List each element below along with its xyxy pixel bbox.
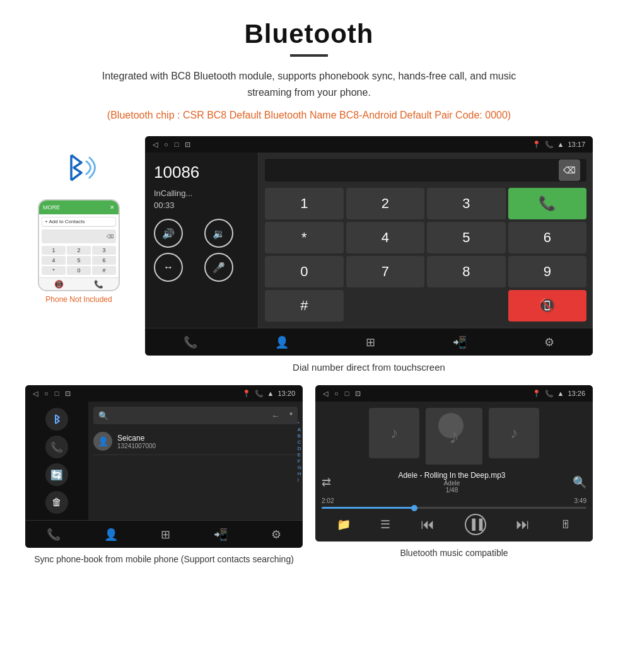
pb-search-bar[interactable]: 🔍 ← * <box>93 407 298 424</box>
album-art-right: ♪ <box>489 408 539 458</box>
phone-contacts-list: + Add to Contacts <box>42 217 116 227</box>
phone-not-included-label: Phone Not Included <box>45 295 112 304</box>
pb-contact-avatar: 👤 <box>93 432 112 451</box>
key-8: 0 <box>67 266 91 275</box>
key-8[interactable]: 8 <box>427 256 506 287</box>
key-1[interactable]: 1 <box>265 188 344 219</box>
nav-contacts-icon[interactable]: 👤 <box>275 335 289 349</box>
key-6[interactable]: 6 <box>508 222 587 253</box>
phone-call-icon: 📞 <box>94 280 103 289</box>
dial-bottom-nav: 📞 👤 ⊞ 📲 ⚙ <box>145 328 593 356</box>
key-4[interactable]: 4 <box>346 222 425 253</box>
pb-contact-number: 13241007000 <box>117 443 156 449</box>
pb-statusbar: ◁ ○ □ ⊡ 📍 📞 ▲ 13:20 <box>25 385 303 402</box>
music-statusbar-left: ◁ ○ □ ⊡ <box>323 390 361 398</box>
phonebook-screen: ◁ ○ □ ⊡ 📍 📞 ▲ 13:20 <box>25 385 303 548</box>
pb-statusbar-left: ◁ ○ □ ⊡ <box>33 390 71 398</box>
key-hash[interactable]: # <box>265 290 344 322</box>
music-controls: 📁 ☰ ⏮ ▐▐ ⏭ 🎚 <box>322 514 586 535</box>
pb-asterisk: * <box>289 411 293 420</box>
music-screen: ◁ ○ □ ⊡ 📍 📞 ▲ 13:26 <box>315 385 593 542</box>
dial-screen-caption: Dial number direct from touchscreen <box>25 362 593 373</box>
pb-nav-contacts[interactable]: 👤 <box>104 528 118 542</box>
mute-button[interactable]: 🎤 <box>204 253 233 282</box>
key-9: # <box>92 266 116 275</box>
call-timer: 00:33 <box>154 200 249 210</box>
back-icon: ◁ <box>153 141 158 149</box>
music-statusbar-right: 📍 📞 ▲ 13:26 <box>532 390 585 398</box>
key-9[interactable]: 9 <box>508 256 587 287</box>
nav-transfer-icon[interactable]: 📲 <box>453 335 467 349</box>
dialed-number: 10086 <box>154 163 249 182</box>
pb-bluetooth-nav[interactable] <box>30 408 83 431</box>
call-end-button[interactable]: 📵 <box>508 290 587 322</box>
pb-delete-nav[interactable]: 🗑 <box>30 491 83 514</box>
phonebook-screen-card: ◁ ○ □ ⊡ 📍 📞 ▲ 13:20 <box>25 385 303 566</box>
vol-down-icon: 🔉 <box>213 228 225 240</box>
progress-dot <box>411 505 417 511</box>
phone-bar-label: MORE <box>43 204 60 211</box>
next-track-button[interactable]: ⏭ <box>516 516 530 533</box>
pb-nav-dialpad[interactable]: ⊞ <box>161 528 170 542</box>
search-music-icon[interactable]: 🔍 <box>573 475 586 489</box>
phone-bar-icon: ✕ <box>110 204 115 211</box>
vol-up-button[interactable]: 🔊 <box>154 219 183 248</box>
pb-delete-icon: 🗑 <box>45 491 68 514</box>
call-answer-button[interactable]: 📞 <box>508 188 587 219</box>
number-input-bar: ⌫ <box>265 159 586 182</box>
pb-location-icon: 📍 <box>242 390 251 398</box>
phone-top-bar: MORE ✕ <box>39 200 119 214</box>
dial-keypad-panel: ⌫ 1 2 3 * 📞 4 5 <box>259 153 593 328</box>
folder-icon[interactable]: 📁 <box>337 518 351 531</box>
bluetooth-icon <box>54 142 104 193</box>
phone-image-area: MORE ✕ + Add to Contacts ⌫ 1 2 3 <box>25 136 132 304</box>
pb-nav-transfer[interactable]: 📲 <box>214 528 228 542</box>
call-end-icon: 📵 <box>539 298 556 314</box>
playlist-icon[interactable]: ☰ <box>380 518 390 531</box>
prev-track-button[interactable]: ⏮ <box>421 516 434 533</box>
description-text: Integrated with BC8 Bluetooth module, su… <box>95 68 523 100</box>
vol-down-button[interactable]: 🔉 <box>204 219 233 248</box>
pb-contact-row[interactable]: 👤 Seicane 13241007000 <box>93 428 298 455</box>
dial-screen-area: ◁ ○ □ ⊡ 📍 📞 ▲ 13:17 <box>145 136 593 356</box>
key-7[interactable]: 7 <box>346 256 425 287</box>
pb-home-icon: ○ <box>44 390 49 398</box>
transfer-button[interactable]: ↔ <box>154 253 183 282</box>
time-total: 3:49 <box>574 497 586 504</box>
pb-nav-settings[interactable]: ⚙ <box>271 528 281 542</box>
music-screen-icon: ⊡ <box>355 390 361 398</box>
pb-bluetooth-icon <box>45 408 68 431</box>
phone-end-call-icon: 📵 <box>54 280 64 289</box>
statusbar-right-icons: 📍 📞 ▲ 13:17 <box>532 141 585 149</box>
nav-dialpad-icon[interactable]: ⊞ <box>366 335 375 349</box>
pb-wifi-icon: ▲ <box>267 390 274 397</box>
pb-sync-nav[interactable]: 🔄 <box>30 463 83 486</box>
play-pause-button[interactable]: ▐▐ <box>465 514 486 535</box>
pb-nav-calls[interactable]: 📞 <box>47 528 61 542</box>
music-note-right: ♪ <box>510 424 518 442</box>
music-progress-bar[interactable] <box>322 507 586 509</box>
key-3[interactable]: 3 <box>427 188 506 219</box>
key-0[interactable]: 0 <box>265 256 344 287</box>
pb-call-nav[interactable]: 📞 <box>30 436 83 458</box>
phone-bottom-bar: 📵 📞 <box>39 277 119 290</box>
nav-settings-icon[interactable]: ⚙ <box>544 335 554 349</box>
recents-icon: □ <box>175 141 179 149</box>
music-statusbar: ◁ ○ □ ⊡ 📍 📞 ▲ 13:26 <box>315 385 593 402</box>
key-5: 5 <box>67 256 91 265</box>
statusbar-nav-icons: ◁ ○ □ ⊡ <box>153 141 190 149</box>
dial-screen: ◁ ○ □ ⊡ 📍 📞 ▲ 13:17 <box>145 136 593 356</box>
key-4: 4 <box>42 256 66 265</box>
track-name: Adele - Rolling In the Deep.mp3 <box>398 471 505 480</box>
pb-time: 13:20 <box>277 390 295 397</box>
music-note-center: ♪ <box>449 425 459 448</box>
key-2[interactable]: 2 <box>346 188 425 219</box>
equalizer-icon[interactable]: 🎚 <box>560 518 571 531</box>
shuffle-icon[interactable]: ⇄ <box>322 475 331 489</box>
key-star[interactable]: * <box>265 222 344 253</box>
nav-calls-icon[interactable]: 📞 <box>184 335 197 349</box>
key-5[interactable]: 5 <box>427 222 506 253</box>
key-3: 3 <box>92 246 116 255</box>
key-7: * <box>42 266 66 275</box>
delete-button[interactable]: ⌫ <box>559 159 580 181</box>
